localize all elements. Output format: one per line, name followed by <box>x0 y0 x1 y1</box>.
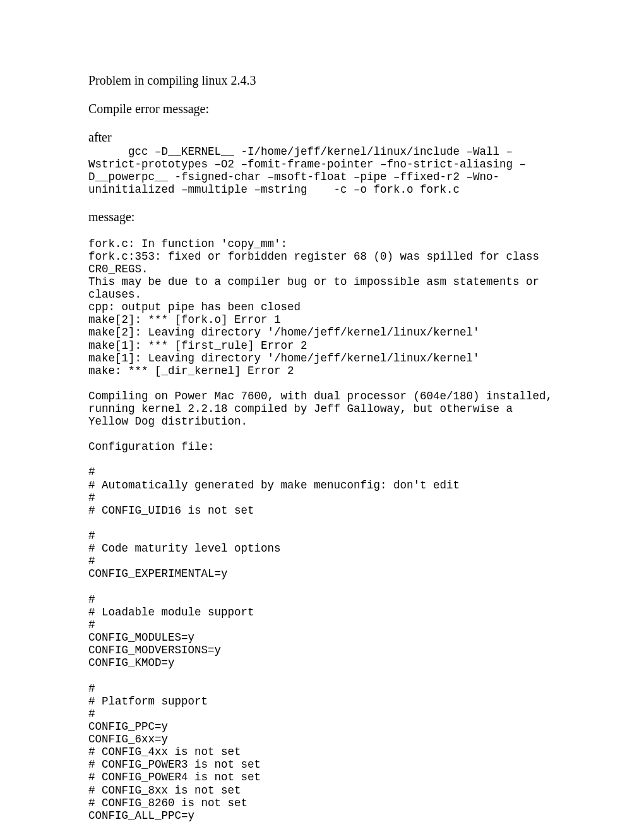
error-output: fork.c: In function 'copy_mm': fork.c:35… <box>88 238 556 377</box>
heading-after: after <box>88 130 556 145</box>
heading-config: Configuration file: <box>88 440 556 453</box>
environment-note: Compiling on Power Mac 7600, with dual p… <box>88 390 556 428</box>
gcc-command: gcc –D__KERNEL__ -I/home/jeff/kernel/lin… <box>88 145 556 196</box>
heading-message: message: <box>88 209 556 225</box>
config-file-contents: # # Automatically generated by make menu… <box>88 466 556 822</box>
document-page: Problem in compiling linux 2.4.3 Compile… <box>0 0 644 834</box>
page-title: Problem in compiling linux 2.4.3 <box>88 73 556 88</box>
heading-compile-error: Compile error message: <box>88 101 556 117</box>
